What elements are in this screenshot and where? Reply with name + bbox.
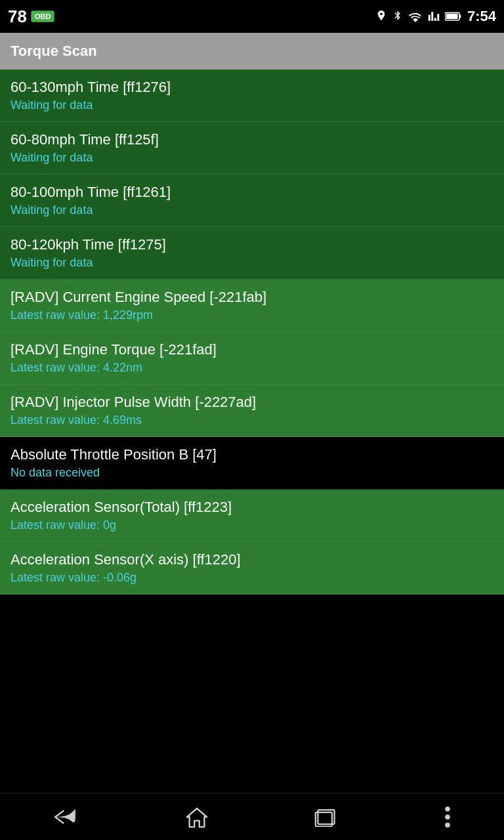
status-bar-right: 7:54 [375, 8, 496, 25]
status-bar: 78 OBD 7:54 [0, 0, 504, 33]
list-item[interactable]: [RADV] Current Engine Speed [-221fab]Lat… [0, 280, 504, 332]
item-title: [RADV] Engine Torque [-221fad] [10, 341, 494, 358]
bluetooth-icon [392, 9, 403, 24]
list-item[interactable]: [RADV] Engine Torque [-221fad]Latest raw… [0, 332, 504, 385]
more-icon [444, 806, 451, 828]
svg-point-7 [445, 814, 450, 820]
more-button[interactable] [431, 799, 464, 835]
list-item[interactable]: 80-100mph Time [ff1261]Waiting for data [0, 175, 504, 227]
back-icon [53, 808, 79, 826]
svg-point-6 [445, 806, 450, 811]
item-title: Acceleration Sensor(Total) [ff1223] [10, 499, 494, 516]
item-subtitle: Waiting for data [10, 151, 494, 165]
home-button[interactable] [173, 799, 221, 835]
list-item[interactable]: 80-120kph Time [ff1275]Waiting for data [0, 227, 504, 280]
list-item[interactable]: Acceleration Sensor(Total) [ff1223]Lates… [0, 490, 504, 542]
list-item[interactable]: Acceleration Sensor(X axis) [ff1220]Late… [0, 542, 504, 595]
svg-rect-1 [459, 15, 461, 18]
recents-button[interactable] [301, 801, 351, 833]
item-subtitle: Waiting for data [10, 98, 494, 112]
item-title: [RADV] Current Engine Speed [-221fab] [10, 289, 494, 306]
item-title: 60-80mph Time [ff125f] [10, 131, 494, 148]
item-subtitle: Latest raw value: 4.69ms [10, 413, 494, 427]
item-subtitle: Latest raw value: 0g [10, 518, 494, 532]
status-bar-left: 78 OBD [8, 7, 54, 27]
item-subtitle: Latest raw value: 1,229rpm [10, 308, 494, 322]
item-subtitle: Latest raw value: 4.22nm [10, 361, 494, 375]
item-subtitle: No data received [10, 466, 494, 480]
svg-rect-2 [446, 14, 458, 19]
item-subtitle: Waiting for data [10, 256, 494, 270]
svg-marker-3 [187, 808, 207, 826]
back-button[interactable] [40, 801, 93, 833]
obd-badge: OBD [31, 10, 54, 22]
time-display: 7:54 [467, 8, 496, 25]
item-title: Acceleration Sensor(X axis) [ff1220] [10, 551, 494, 568]
nav-bar [0, 793, 504, 840]
item-title: 80-120kph Time [ff1275] [10, 236, 494, 253]
signal-number: 78 [8, 7, 27, 27]
sensor-list[interactable]: 60-130mph Time [ff1276]Waiting for data6… [0, 70, 504, 793]
recents-icon [314, 807, 338, 827]
svg-point-8 [445, 822, 450, 828]
item-title: Absolute Throttle Position B [47] [10, 446, 494, 463]
item-title: [RADV] Injector Pulse Width [-2227ad] [10, 394, 494, 411]
location-icon [375, 9, 387, 24]
list-item[interactable]: Absolute Throttle Position B [47]No data… [0, 437, 504, 490]
item-subtitle: Waiting for data [10, 203, 494, 217]
list-item[interactable]: 60-80mph Time [ff125f]Waiting for data [0, 122, 504, 175]
item-title: 80-100mph Time [ff1261] [10, 184, 494, 201]
app-title: Torque Scan [10, 43, 97, 60]
wifi-icon [408, 10, 423, 22]
item-title: 60-130mph Time [ff1276] [10, 79, 494, 96]
app-bar: Torque Scan [0, 33, 504, 70]
signal-icon [428, 10, 440, 23]
item-subtitle: Latest raw value: -0.06g [10, 571, 494, 585]
battery-icon [445, 11, 462, 22]
list-item[interactable]: 60-130mph Time [ff1276]Waiting for data [0, 70, 504, 122]
home-icon [186, 806, 208, 828]
list-item[interactable]: [RADV] Injector Pulse Width [-2227ad]Lat… [0, 385, 504, 437]
